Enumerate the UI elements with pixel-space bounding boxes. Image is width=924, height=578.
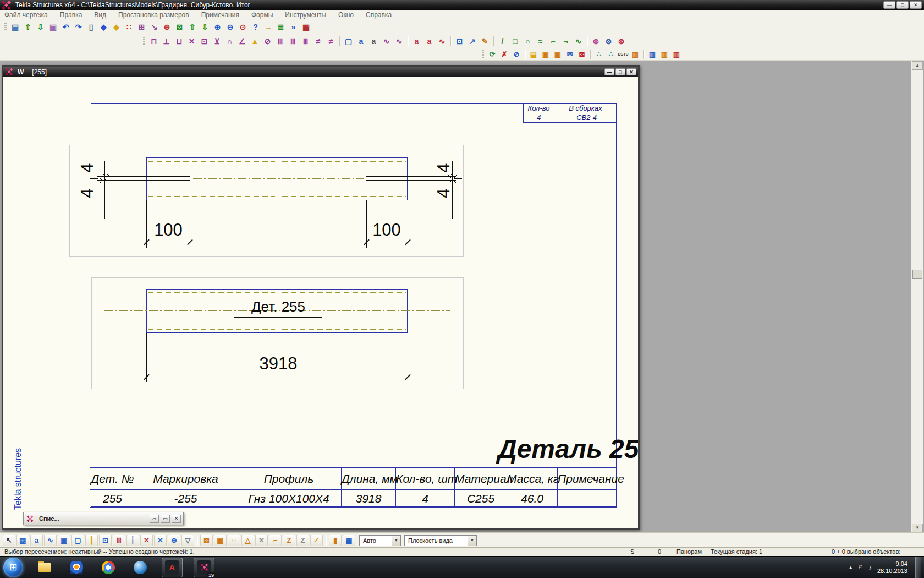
weld-size-text[interactable]: 4 [436,160,452,176]
menu-item[interactable]: Справка [366,11,392,19]
fetch-package-icon[interactable]: ⇧ [22,21,34,32]
language-flag-icon[interactable]: ⚐ [858,564,864,571]
media-player-icon[interactable] [66,558,87,577]
dim-add-point-icon[interactable]: ⊔ [173,36,185,47]
snap-extension-icon[interactable]: ✕ [255,535,268,546]
dim-auto-icon[interactable]: ⊘ [262,36,273,47]
copy-drawing-icon[interactable]: ▤ [9,21,21,32]
marked-area-icon[interactable]: ▢ [343,36,354,47]
zoom-out-icon[interactable]: ⊖ [224,21,236,32]
draw-rect-icon[interactable]: □ [509,36,521,47]
weld-size-text[interactable]: 4 [79,185,96,201]
copy-properties-icon[interactable]: ▣ [540,50,551,59]
tag-blue-icon[interactable]: ◆ [98,21,109,32]
colored-marks-icon[interactable]: ∷ [123,21,135,32]
chevron-down-icon[interactable]: ▼ [392,536,400,546]
parts-table[interactable]: Дет. №МаркировкаПрофильДлина, ммКол-во, … [90,467,617,508]
scroll-down-icon[interactable]: ▼ [912,524,923,532]
scrollbar-thumb[interactable] [912,270,922,279]
dim-group-icon[interactable]: Ⅲ [274,36,286,47]
save-package-icon[interactable]: ⇩ [35,21,46,32]
more-commands-icon[interactable]: » [288,21,299,32]
restore-button[interactable]: ▱ [150,515,159,523]
mdi-scrollbar[interactable]: ▲ ▼ [911,61,923,533]
dim-aligned-icon[interactable]: ⊥ [161,36,172,47]
detail-mark-icon[interactable]: ∿ [393,36,405,47]
parts-table-cell[interactable]: 255 [90,490,135,508]
snap-perpendicular-icon[interactable]: △ [241,535,254,546]
ortho-toggle-icon[interactable]: ▮ [329,535,342,546]
select-symbols-icon[interactable]: ⊕ [168,535,180,546]
plate-edge-right[interactable] [366,176,456,181]
show-desktop-button[interactable] [915,557,921,578]
select-views-icon[interactable]: ⊡ [99,535,112,546]
snap-reference-icon[interactable]: ⊠ [200,535,213,546]
delete-marks-icon[interactable]: ✗ [499,50,510,59]
create-view-icon[interactable]: ⊠ [174,21,185,32]
link-up-icon[interactable]: ⇧ [186,21,198,32]
dim-cone-icon[interactable]: ▲ [249,36,261,47]
origin-icon[interactable]: ⊕ [161,21,173,32]
dstu-export-icon[interactable]: DSTU [618,50,629,59]
layout-red-icon[interactable]: ▥ [671,50,682,59]
snap-corner-icon[interactable]: ⌐ [269,535,282,546]
wizard-icon[interactable]: ▯ [85,21,97,32]
quantity-table[interactable]: Кол-воВ сборках 4-СВ2-4 [523,103,617,123]
dim-base-icon[interactable]: ⊡ [199,36,210,47]
symbol-icon[interactable]: ⊡ [454,36,465,47]
paste-properties-icon[interactable]: ▣ [552,50,563,59]
start-button[interactable]: ⊞ [3,558,23,577]
hidden-icons-arrow[interactable]: ▴ [849,564,853,571]
taskbar-clock[interactable]: 9:04 28.10.2013 [877,560,910,575]
select-marks-icon[interactable]: ▢ [72,535,84,546]
draw-line-icon[interactable]: / [497,36,508,47]
tekla-taskbar-icon[interactable]: 19 [194,558,215,577]
minimized-list-window[interactable]: Спис... ▱▭✕ [23,512,184,525]
maximize-button[interactable]: □ [897,1,909,9]
folder-icon[interactable]: ▤ [528,50,539,59]
table-layout-icon[interactable]: ▦ [300,21,312,32]
close-button[interactable]: ✕ [172,515,181,523]
depth-mode-combobox[interactable]: Авто ▼ [359,535,401,546]
text-note-line-icon[interactable]: a [368,36,380,47]
drawing-canvas[interactable]: Кол-воВ сборках 4-СВ2-4 4 4 [3,77,638,527]
hide-mark-icon[interactable]: ⊗ [615,36,627,47]
snap-z-off-icon[interactable]: Z [296,535,309,546]
layout-orange-icon[interactable]: ▥ [630,50,641,59]
select-dim-lines-icon[interactable]: ┆ [127,535,139,546]
minimize-button[interactable]: — [883,1,895,9]
snap-nearest-icon[interactable]: ○ [228,535,240,546]
grid-snap-toggle-icon[interactable]: ▦ [343,535,355,546]
select-all-switch-icon[interactable]: ↖ [3,535,15,546]
select-filter-icon[interactable]: ▽ [182,535,194,546]
parts-table-cell[interactable]: 4 [396,490,455,508]
toolbar-grip[interactable] [482,50,484,59]
toolbar-grip[interactable] [143,37,145,46]
drawing-title[interactable]: Деталь 255 [498,434,638,464]
menu-item[interactable]: Простановка размеров [118,11,189,19]
freehand-icon[interactable]: ✎ [479,36,491,47]
layout-bars-icon[interactable]: ▥ [659,50,670,59]
text-note-icon[interactable]: a [355,36,367,47]
drawing-list-icon[interactable]: ≣ [275,21,287,32]
redo-icon[interactable]: ↷ [73,21,84,32]
maximize-button[interactable]: □ [615,68,625,75]
section-mark-icon[interactable]: ∿ [381,36,392,47]
undo-icon[interactable]: ↶ [60,21,72,32]
assoc-note-icon[interactable]: a [411,36,422,47]
level-mark-icon[interactable]: ↗ [466,36,478,47]
toolbar-grip[interactable] [4,23,7,31]
parts-table-cell[interactable]: Гнз 100X100X4 [237,490,342,508]
zoom-previous-icon[interactable]: ⊙ [237,21,249,32]
parts-table-cell[interactable]: -255 [135,490,237,508]
dimension-100-left[interactable]: 100 [145,220,191,240]
menu-item[interactable]: Файл чертежа [4,11,48,19]
snap-z-icon[interactable]: Z [283,535,295,546]
parts-table-cell[interactable] [558,490,617,508]
close-button[interactable]: ✕ [626,68,636,75]
hide-object-icon[interactable]: ⊗ [590,36,602,47]
chrome-icon[interactable] [98,558,119,577]
hide-line-icon[interactable]: ⊗ [603,36,614,47]
print-icon[interactable]: ▣ [47,21,59,32]
dim-curved-icon[interactable]: ∩ [224,36,235,47]
